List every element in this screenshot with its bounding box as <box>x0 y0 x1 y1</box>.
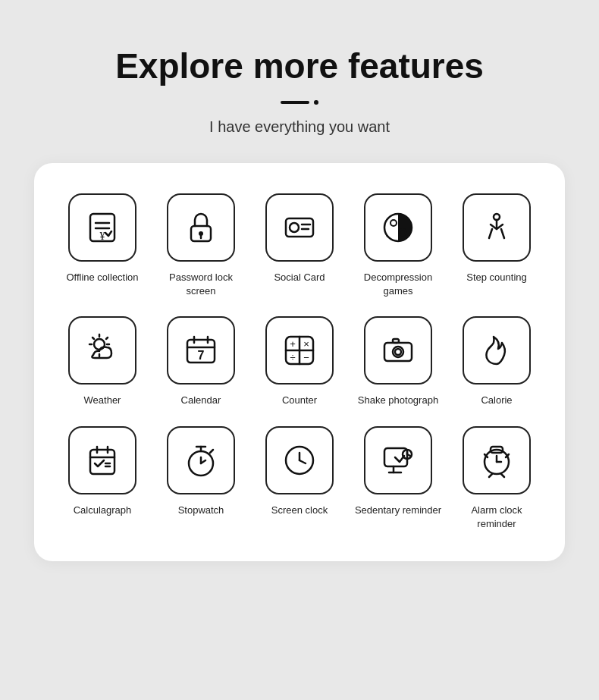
feature-stopwatch: Stopwatch <box>155 426 246 531</box>
screen-clock-icon-box <box>265 426 334 494</box>
calorie-label: Calorie <box>481 394 512 407</box>
svg-text:−: − <box>303 352 309 363</box>
svg-point-39 <box>395 349 401 355</box>
feature-alarm-clock-reminder: Alarm clock reminder <box>451 426 542 531</box>
feature-sedentary-reminder: Sedentary reminder <box>353 426 444 531</box>
svg-text:¥: ¥ <box>100 231 105 242</box>
svg-line-17 <box>501 229 504 238</box>
step-counting-icon-box <box>463 193 531 262</box>
svg-point-12 <box>390 220 397 226</box>
svg-line-55 <box>300 460 306 463</box>
alarm-clock-reminder-icon-box <box>463 426 531 494</box>
svg-point-13 <box>400 229 406 235</box>
counter-label: Counter <box>282 394 317 407</box>
alarm-clock-reminder-label: Alarm clock reminder <box>451 504 542 531</box>
svg-rect-40 <box>393 339 399 343</box>
calendar-label: Calendar <box>181 394 221 407</box>
feature-shake-photograph: Shake photograph <box>353 316 444 407</box>
stopwatch-label: Stopwatch <box>178 504 224 517</box>
svg-line-23 <box>93 337 94 339</box>
feature-step-counting: Step counting <box>451 193 542 298</box>
feature-counter: + × ÷ − Counter <box>254 316 345 407</box>
feature-weather: Weather <box>57 316 148 407</box>
password-lock-screen-icon-box <box>167 193 235 262</box>
weather-icon-box <box>68 316 136 385</box>
svg-text:7: 7 <box>198 349 205 362</box>
shake-photograph-label: Shake photograph <box>358 394 438 407</box>
shake-photograph-icon-box <box>364 316 432 385</box>
feature-calculagraph: Calculagraph <box>57 426 148 531</box>
calendar-icon-box: 7 <box>167 316 235 385</box>
feature-offline-collection: ¥ Offline collection <box>57 193 148 298</box>
step-counting-label: Step counting <box>466 271 527 284</box>
svg-point-8 <box>290 223 299 232</box>
password-lock-screen-label: Password lock screen <box>155 271 246 298</box>
page-subtitle: I have everything you want <box>209 118 390 136</box>
offline-collection-icon-box: ¥ <box>68 193 136 262</box>
stopwatch-icon-box <box>167 426 235 494</box>
decompression-games-label: Decompression games <box>353 271 444 298</box>
counter-icon-box: + × ÷ − <box>265 316 334 385</box>
calculagraph-icon-box <box>68 426 136 494</box>
svg-line-24 <box>106 337 108 339</box>
svg-rect-37 <box>384 343 412 361</box>
page-title: Explore more features <box>115 46 484 86</box>
weather-label: Weather <box>84 394 121 407</box>
sedentary-reminder-icon-box <box>364 426 432 494</box>
feature-decompression-games: Decompression games <box>353 193 444 298</box>
svg-line-52 <box>210 450 213 453</box>
screen-clock-label: Screen clock <box>271 504 328 517</box>
offline-collection-label: Offline collection <box>66 271 138 284</box>
social-card-label: Social Card <box>274 271 325 284</box>
svg-text:÷: ÷ <box>290 352 295 363</box>
svg-text:+: + <box>290 338 296 350</box>
feature-screen-clock: Screen clock <box>254 426 345 531</box>
calorie-icon-box <box>463 316 531 385</box>
divider <box>281 100 318 105</box>
social-card-icon-box <box>265 193 334 262</box>
features-card: ¥ Offline collection Password lock scree… <box>34 163 565 561</box>
svg-text:×: × <box>303 338 309 350</box>
features-grid: ¥ Offline collection Password lock scree… <box>57 193 542 531</box>
decompression-games-icon-box <box>364 193 432 262</box>
feature-password-lock-screen: Password lock screen <box>155 193 246 298</box>
feature-calorie: Calorie <box>451 316 542 407</box>
sedentary-reminder-label: Sedentary reminder <box>355 504 441 517</box>
feature-social-card: Social Card <box>254 193 345 298</box>
svg-line-16 <box>489 229 492 238</box>
feature-calendar: 7 Calendar <box>155 316 246 407</box>
svg-line-67 <box>489 474 492 477</box>
svg-line-68 <box>501 474 504 477</box>
calculagraph-label: Calculagraph <box>74 504 132 517</box>
